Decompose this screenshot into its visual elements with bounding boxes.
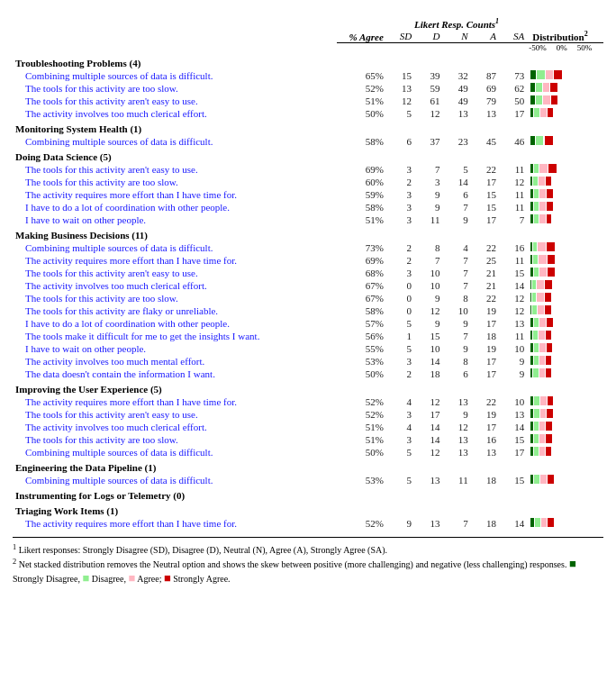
bar-segment bbox=[536, 95, 542, 104]
category-label: Instrumenting for Logs or Telemetry (0) bbox=[13, 486, 603, 502]
bar-segment bbox=[548, 518, 554, 527]
bar-segment bbox=[530, 447, 533, 456]
table-row: I have to do a lot of coordination with … bbox=[13, 201, 603, 213]
row-pct: 51% bbox=[337, 421, 386, 433]
row-dist bbox=[527, 201, 603, 213]
row-sd: 0 bbox=[386, 304, 414, 317]
bar-segment bbox=[530, 475, 533, 484]
dist-bar bbox=[530, 518, 554, 527]
row-d: 12 bbox=[414, 304, 442, 317]
bar-segment bbox=[534, 164, 539, 173]
table-row: The tools make it difficult for me to ge… bbox=[13, 330, 603, 342]
row-pct: 69% bbox=[337, 163, 386, 176]
dist-bar bbox=[530, 447, 551, 456]
row-dist bbox=[527, 355, 603, 368]
row-sd: 3 bbox=[386, 433, 414, 446]
bar-segment bbox=[534, 108, 539, 117]
row-a: 19 bbox=[471, 342, 499, 355]
row-label: The tools for this activity aren't easy … bbox=[13, 267, 337, 279]
dist-bar bbox=[530, 396, 553, 405]
bar-segment bbox=[533, 242, 537, 251]
row-sd: 0 bbox=[386, 279, 414, 292]
table-row: The activity requires more effort than I… bbox=[13, 188, 603, 201]
row-a: 15 bbox=[471, 201, 499, 213]
dist-header: Distribution2 bbox=[527, 16, 603, 42]
row-label: The activity requires more effort than I… bbox=[13, 395, 337, 408]
row-label: I have to wait on other people. bbox=[13, 213, 337, 226]
row-sa: 7 bbox=[499, 213, 527, 226]
row-sa: 17 bbox=[499, 107, 527, 120]
row-d: 10 bbox=[414, 342, 442, 355]
row-d: 8 bbox=[414, 241, 442, 254]
row-d: 18 bbox=[414, 368, 442, 380]
row-label: Combining multiple sources of data is di… bbox=[13, 69, 337, 82]
table-row: The tools for this activity are flaky or… bbox=[13, 304, 603, 317]
row-dist bbox=[527, 135, 603, 148]
row-sa: 15 bbox=[499, 267, 527, 279]
row-dist bbox=[527, 107, 603, 120]
row-pct: 55% bbox=[337, 342, 386, 355]
row-pct: 68% bbox=[337, 267, 386, 279]
bar-segment bbox=[546, 356, 551, 365]
table-row: The activity involves too much clerical … bbox=[13, 279, 603, 292]
table-row: Combining multiple sources of data is di… bbox=[13, 446, 603, 458]
row-sd: 4 bbox=[386, 421, 414, 433]
bar-segment bbox=[530, 214, 533, 223]
n-header: N bbox=[442, 30, 470, 43]
row-sa: 10 bbox=[499, 395, 527, 408]
bar-segment bbox=[530, 396, 533, 405]
row-n: 7 bbox=[442, 267, 470, 279]
footnotes: 1 Likert responses: Strongly Disagree (S… bbox=[13, 537, 603, 586]
row-label: The activity requires more effort than I… bbox=[13, 254, 337, 267]
row-dist bbox=[527, 304, 603, 317]
bar-segment bbox=[532, 280, 536, 289]
bar-segment bbox=[548, 108, 553, 117]
row-dist bbox=[527, 163, 603, 176]
dist-bar bbox=[530, 95, 557, 104]
category-row: Instrumenting for Logs or Telemetry (0) bbox=[13, 486, 603, 502]
category-label: Troubleshooting Problems (4) bbox=[13, 54, 603, 69]
row-sa: 12 bbox=[499, 292, 527, 304]
row-d: 9 bbox=[414, 292, 442, 304]
bar-segment bbox=[530, 255, 532, 264]
row-sd: 9 bbox=[386, 517, 414, 530]
row-d: 3 bbox=[414, 176, 442, 188]
table-row: The tools for this activity are too slow… bbox=[13, 433, 603, 446]
row-n: 7 bbox=[442, 201, 470, 213]
bar-segment bbox=[530, 422, 533, 431]
row-a: 17 bbox=[471, 317, 499, 330]
bar-segment bbox=[536, 83, 542, 92]
row-n: 9 bbox=[442, 317, 470, 330]
bar-segment bbox=[548, 268, 555, 277]
row-n: 10 bbox=[442, 304, 470, 317]
row-dist bbox=[527, 342, 603, 355]
row-label: The tools for this activity are too slow… bbox=[13, 292, 337, 304]
row-sa: 14 bbox=[499, 517, 527, 530]
table-row: Combining multiple sources of data is di… bbox=[13, 135, 603, 148]
bar-segment bbox=[533, 255, 538, 264]
row-a: 15 bbox=[471, 188, 499, 201]
scale-zero: 0% bbox=[557, 43, 567, 52]
bar-segment bbox=[547, 202, 553, 211]
row-pct: 59% bbox=[337, 188, 386, 201]
bar-segment bbox=[530, 318, 533, 327]
row-dist bbox=[527, 176, 603, 188]
row-label: The tools for this activity aren't easy … bbox=[13, 95, 337, 107]
bar-segment bbox=[539, 189, 546, 198]
bar-segment bbox=[545, 280, 552, 289]
row-n: 4 bbox=[442, 241, 470, 254]
row-dist bbox=[527, 330, 603, 342]
row-pct: 50% bbox=[337, 446, 386, 458]
row-pct: 53% bbox=[337, 355, 386, 368]
bar-segment bbox=[539, 202, 546, 211]
row-d: 14 bbox=[414, 421, 442, 433]
table-row: The tools for this activity are too slow… bbox=[13, 292, 603, 304]
bar-segment bbox=[546, 177, 551, 186]
dist-scale: -50% 0% 50% bbox=[529, 43, 592, 52]
row-d: 15 bbox=[414, 330, 442, 342]
bar-segment bbox=[547, 409, 553, 418]
main-table: % Agree Likert Resp. Counts1 Distributio… bbox=[13, 16, 603, 530]
row-n: 23 bbox=[442, 135, 470, 148]
sa-header: SA bbox=[499, 30, 527, 43]
table-row: The tools for this activity aren't easy … bbox=[13, 267, 603, 279]
